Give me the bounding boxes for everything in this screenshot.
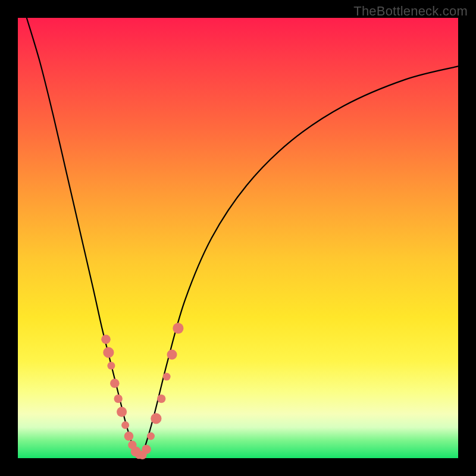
curve-svg bbox=[18, 18, 458, 458]
watermark-text: TheBottleneck.com bbox=[353, 4, 468, 19]
curve-marker bbox=[151, 413, 161, 424]
curve-marker bbox=[142, 444, 151, 454]
curve-marker bbox=[117, 407, 127, 417]
curve-marker bbox=[121, 421, 129, 429]
curve-marker bbox=[157, 394, 165, 403]
curve-marker bbox=[124, 431, 134, 441]
curve-marker bbox=[173, 323, 183, 334]
plot-area bbox=[18, 18, 458, 458]
curve-marker bbox=[167, 350, 177, 360]
curve-markers bbox=[101, 323, 183, 459]
curve-marker bbox=[114, 394, 123, 403]
curve-marker bbox=[163, 373, 171, 381]
curve-marker bbox=[103, 347, 114, 358]
curve-marker bbox=[147, 433, 155, 440]
outer-frame: TheBottleneck.com bbox=[0, 0, 476, 476]
bottleneck-curve bbox=[27, 18, 458, 458]
curve-marker bbox=[101, 334, 111, 344]
curve-marker bbox=[107, 362, 115, 369]
curve-marker bbox=[110, 378, 120, 388]
